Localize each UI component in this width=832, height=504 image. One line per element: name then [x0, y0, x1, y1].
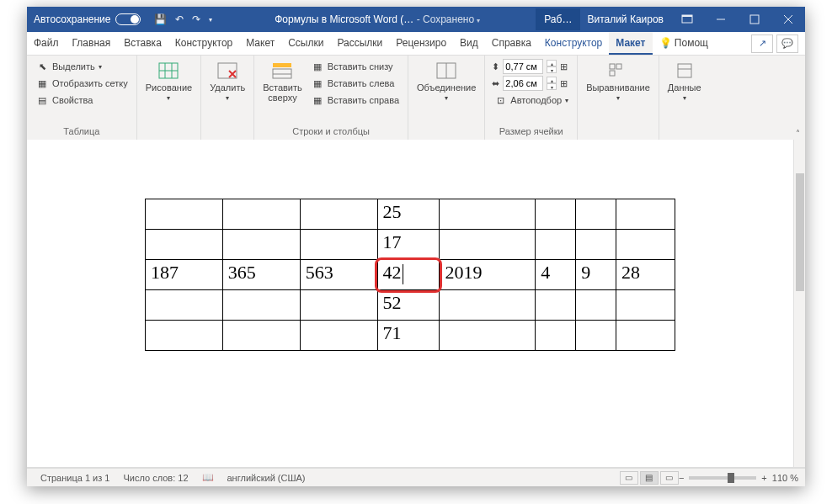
document-area[interactable]: 251718736556342201949285271 [27, 140, 805, 468]
table-cell[interactable] [300, 321, 377, 351]
table-cell[interactable]: 42 [377, 260, 440, 290]
qat-dropdown-icon[interactable]: ▾ [209, 16, 212, 24]
tab-tell-me[interactable]: 💡 Помощ [653, 32, 715, 55]
scrollbar-thumb[interactable] [796, 173, 804, 291]
zoom-value[interactable]: 110 % [772, 473, 798, 483]
word-count[interactable]: Число слов: 12 [116, 473, 195, 483]
page-count[interactable]: Страница 1 из 1 [34, 473, 116, 483]
tab-insert[interactable]: Вставка [117, 32, 168, 55]
row-height-input[interactable] [503, 59, 543, 74]
table-cell[interactable] [222, 321, 300, 351]
table-cell[interactable] [576, 290, 616, 321]
table-cell[interactable] [146, 290, 223, 321]
select-button[interactable]: ⬉Выделить▾ [34, 59, 130, 74]
table-cell[interactable]: 71 [377, 321, 440, 351]
table-cell[interactable] [300, 290, 377, 321]
merge-button[interactable]: Объединение▾ [415, 59, 477, 103]
comments-button[interactable]: 💬 [776, 34, 798, 53]
table-cell[interactable] [536, 321, 576, 351]
spellcheck-icon[interactable]: 📖 [195, 472, 221, 483]
table-cell[interactable] [146, 321, 223, 351]
tab-file[interactable]: Файл [27, 32, 66, 55]
ribbon-options-icon[interactable] [670, 7, 704, 32]
table-cell[interactable]: 9 [576, 260, 616, 290]
properties-button[interactable]: ▤Свойства [34, 93, 130, 108]
tab-home[interactable]: Главная [66, 32, 118, 55]
collapse-ribbon-icon[interactable]: ˄ [796, 129, 800, 138]
web-layout-icon[interactable]: ▭ [660, 471, 679, 485]
tab-table-design[interactable]: Конструктор [538, 32, 609, 55]
title-dropdown-icon[interactable]: ▾ [477, 17, 480, 24]
table-cell[interactable]: 25 [377, 199, 440, 230]
zoom-slider[interactable] [689, 476, 756, 480]
table-cell[interactable]: 52 [377, 290, 440, 321]
insert-above-button[interactable]: Вставить сверху [261, 59, 304, 104]
maximize-button[interactable] [738, 7, 771, 32]
view-gridlines-button[interactable]: ▦Отобразить сетку [34, 76, 130, 91]
zoom-in-button[interactable]: + [761, 473, 766, 483]
table-cell[interactable] [440, 199, 536, 230]
table-cell[interactable] [616, 230, 675, 260]
data-button[interactable]: Данные▾ [666, 59, 703, 103]
table-cell[interactable]: 365 [222, 260, 300, 290]
tab-layout[interactable]: Макет [239, 32, 281, 55]
tab-review[interactable]: Рецензиро [389, 32, 453, 55]
tab-view[interactable]: Вид [453, 32, 485, 55]
table-cell[interactable]: 17 [377, 230, 440, 260]
table-cell[interactable] [536, 230, 576, 260]
document-table[interactable]: 251718736556342201949285271 [145, 199, 675, 351]
insert-left-button[interactable]: ▦Вставить слева [309, 76, 401, 91]
draw-button[interactable]: Рисование▾ [144, 59, 194, 103]
col-width-input[interactable] [503, 76, 543, 91]
table-cell[interactable] [440, 230, 536, 260]
tab-design[interactable]: Конструктор [168, 32, 239, 55]
table-cell[interactable] [222, 230, 300, 260]
delete-button[interactable]: Удалить▾ [208, 59, 247, 103]
table-cell[interactable] [616, 321, 675, 351]
workspace-tab[interactable]: Раб… [536, 8, 580, 30]
table-cell[interactable] [536, 199, 576, 230]
zoom-out-button[interactable]: − [679, 473, 684, 483]
zoom-thumb[interactable] [728, 473, 734, 483]
vertical-scrollbar[interactable] [793, 140, 805, 467]
table-cell[interactable]: 563 [300, 260, 377, 290]
redo-icon[interactable]: ↷ [192, 13, 200, 25]
insert-right-button[interactable]: ▦Вставить справа [309, 93, 401, 108]
close-button[interactable] [771, 7, 805, 32]
minimize-button[interactable] [704, 7, 738, 32]
table-cell[interactable] [300, 230, 377, 260]
width-up[interactable]: ▴ [547, 77, 557, 83]
autofit-button[interactable]: ⊡Автоподбор▾ [492, 93, 570, 108]
table-cell[interactable] [576, 230, 616, 260]
autosave-toggle[interactable]: Автосохранение [27, 13, 147, 25]
toggle-switch[interactable] [115, 13, 141, 25]
width-down[interactable]: ▾ [547, 83, 557, 90]
insert-below-button[interactable]: ▦Вставить снизу [309, 59, 401, 74]
table-cell[interactable] [616, 199, 675, 230]
table-cell[interactable] [536, 290, 576, 321]
tab-mailings[interactable]: Рассылки [330, 32, 389, 55]
table-cell[interactable] [222, 290, 300, 321]
tab-references[interactable]: Ссылки [281, 32, 330, 55]
table-cell[interactable] [440, 321, 536, 351]
tab-help[interactable]: Справка [485, 32, 538, 55]
table-cell[interactable] [576, 199, 616, 230]
user-name[interactable]: Виталий Каиров [580, 13, 670, 25]
table-cell[interactable] [616, 290, 675, 321]
table-cell[interactable]: 2019 [440, 260, 536, 290]
alignment-button[interactable]: Выравнивание▾ [584, 59, 652, 103]
height-down[interactable]: ▾ [547, 66, 557, 73]
table-cell[interactable] [576, 321, 616, 351]
print-layout-icon[interactable]: ▤ [640, 471, 659, 485]
table-cell[interactable] [146, 199, 223, 230]
share-button[interactable]: ↗ [751, 34, 773, 53]
table-cell[interactable] [222, 199, 300, 230]
tab-table-layout[interactable]: Макет [609, 32, 652, 55]
table-cell[interactable] [440, 290, 536, 321]
height-up[interactable]: ▴ [547, 60, 557, 66]
table-cell[interactable] [146, 230, 223, 260]
table-cell[interactable]: 4 [536, 260, 576, 290]
distribute-rows-icon[interactable]: ⊞ [560, 61, 568, 72]
table-cell[interactable]: 187 [146, 260, 223, 290]
table-cell[interactable] [300, 199, 377, 230]
